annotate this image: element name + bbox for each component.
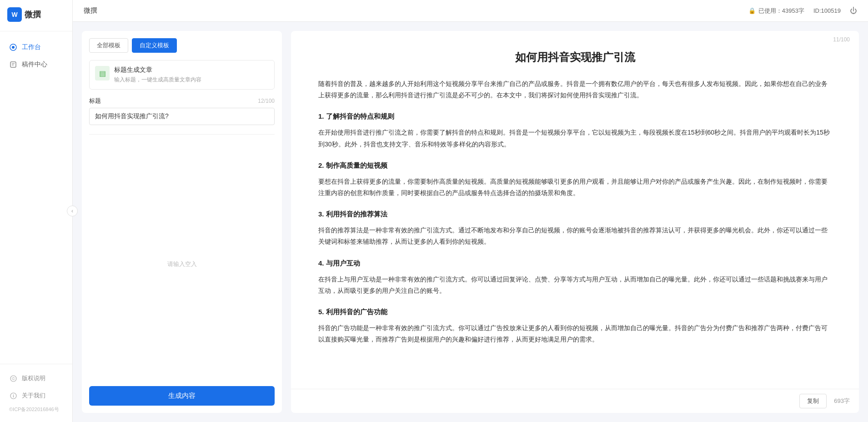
bottom-nav: © 版权说明 关于我们 ©ICP备2022016846号 (0, 364, 72, 422)
sidebar-item-drafts[interactable]: 稿件中心 (0, 56, 72, 73)
para-5: 抖音的广告功能是一种非常有效的推广引流方式。你可以通过广告投放来让更多的人看到你… (318, 322, 832, 345)
template-card[interactable]: ▤ 标题生成文章 输入标题，一键生成高质量文章内容 (89, 60, 275, 90)
sidebar-item-workspace[interactable]: 工作台 (0, 39, 72, 56)
article-body: 随着抖音的普及，越来越多的人开始利用这个短视频分享平台来推广自己的产品或服务。抖… (318, 78, 832, 345)
template-card-desc: 输入标题，一键生成高质量文章内容 (114, 76, 269, 84)
title-form-label: 标题 12/100 (89, 97, 275, 105)
about-icon (9, 392, 17, 400)
heading-2: 2. 制作高质量的短视频 (318, 159, 832, 171)
icp-text: ©ICP备2022016846号 (0, 404, 72, 417)
workspace-icon (9, 43, 17, 51)
sidebar: W 微撰 工作台 稿件中心 ‹ (0, 0, 73, 422)
id-info: ID:100519 (813, 7, 841, 14)
title-char-count: 12/100 (258, 98, 275, 104)
logo-icon: W (7, 7, 22, 22)
svg-point-9 (13, 394, 13, 394)
content-area: 全部模板 自定义模板 ▤ 标题生成文章 输入标题，一键生成高质量文章内容 标题 … (73, 22, 868, 422)
para-1: 在开始使用抖音进行推广引流之前，你需要了解抖音的特点和规则。抖音是一个短视频分享… (318, 127, 832, 150)
template-card-info: 标题生成文章 输入标题，一键生成高质量文章内容 (114, 66, 269, 84)
heading-3: 3. 利用抖音的推荐算法 (318, 208, 832, 220)
logo-text: 微撰 (25, 9, 41, 20)
power-icon[interactable]: ⏻ (850, 7, 857, 15)
template-card-title: 标题生成文章 (114, 66, 269, 74)
copyright-icon: © (9, 374, 17, 382)
sidebar-item-copyright-label: 版权说明 (22, 374, 45, 382)
page-number: 11/100 (833, 36, 850, 43)
usage-label: 已使用：43953字 (758, 7, 804, 15)
heading-1: 1. 了解抖音的特点和规则 (318, 110, 832, 122)
tab-custom-templates[interactable]: 自定义模板 (132, 38, 177, 53)
drafts-icon (9, 60, 17, 69)
article-container[interactable]: 11/100 如何用抖音实现推广引流 随着抖音的普及，越来越多的人开始利用这个短… (291, 31, 859, 389)
svg-text:©: © (12, 377, 15, 381)
sidebar-item-about[interactable]: 关于我们 (0, 387, 72, 404)
collapse-button[interactable]: ‹ (67, 206, 78, 216)
tab-row: 全部模板 自定义模板 (89, 38, 275, 53)
para-2: 要想在抖音上获得更多的流量，你需要制作高质量的短视频。高质量的短视频能够吸引更多… (318, 176, 832, 199)
usage-info: 🔒 已使用：43953字 (748, 7, 804, 15)
nav-section: 工作台 稿件中心 (0, 31, 72, 364)
main-area: 微撰 🔒 已使用：43953字 ID:100519 ⏻ 全部模板 自定义模板 ▤… (73, 0, 868, 422)
sidebar-item-drafts-label: 稿件中心 (22, 60, 47, 69)
intro-para: 随着抖音的普及，越来越多的人开始利用这个短视频分享平台来推广自己的产品或服务。抖… (318, 78, 832, 101)
usage-icon: 🔒 (748, 7, 756, 14)
title-label-text: 标题 (89, 97, 101, 105)
svg-point-1 (12, 46, 15, 49)
copy-button[interactable]: 复制 (799, 394, 827, 408)
placeholder-area: 请输入空入 (89, 134, 275, 386)
para-3: 抖音的推荐算法是一种非常有效的推广引流方式。通过不断地发布和分享自己的短视频，你… (318, 225, 832, 247)
sidebar-item-copyright[interactable]: © 版权说明 (0, 370, 72, 387)
article-footer: 复制 693字 (291, 389, 859, 413)
sidebar-item-workspace-label: 工作台 (22, 43, 41, 51)
heading-4: 4. 与用户互动 (318, 257, 832, 269)
word-count: 693字 (834, 397, 850, 405)
right-panel: 11/100 如何用抖音实现推广引流 随着抖音的普及，越来越多的人开始利用这个短… (291, 31, 859, 413)
tab-all-templates[interactable]: 全部模板 (89, 38, 128, 53)
generate-button[interactable]: 生成内容 (89, 386, 275, 406)
topbar-right: 🔒 已使用：43953字 ID:100519 ⏻ (748, 7, 857, 15)
svg-rect-2 (10, 62, 16, 67)
title-input[interactable] (89, 108, 275, 125)
heading-5: 5. 利用抖音的广告功能 (318, 306, 832, 318)
placeholder-text: 请输入空入 (167, 260, 197, 268)
logo-area: W 微撰 (0, 0, 72, 31)
left-panel: 全部模板 自定义模板 ▤ 标题生成文章 输入标题，一键生成高质量文章内容 标题 … (82, 31, 282, 413)
topbar-title: 微撰 (84, 6, 97, 15)
template-card-icon: ▤ (95, 66, 110, 80)
topbar: 微撰 🔒 已使用：43953字 ID:100519 ⏻ (73, 0, 868, 22)
para-4: 在抖音上与用户互动是一种非常有效的推广引流方式。你可以通过回复评论、点赞、分享等… (318, 274, 832, 296)
article-title: 如何用抖音实现推广引流 (318, 49, 832, 65)
sidebar-item-about-label: 关于我们 (22, 392, 45, 400)
